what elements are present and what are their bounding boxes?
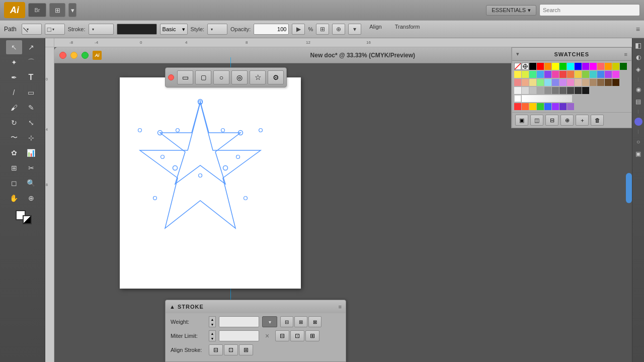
- align-button[interactable]: Align: [364, 24, 386, 35]
- weight-input[interactable]: [219, 316, 259, 327]
- swatch-purple[interactable]: [544, 71, 551, 78]
- swatch-green[interactable]: [559, 63, 567, 70]
- type-tool-button[interactable]: T: [23, 70, 39, 84]
- magic-wand-tool-button[interactable]: ✦: [6, 55, 22, 69]
- swatch-salmon[interactable]: [514, 79, 521, 86]
- swatch-lime[interactable]: [582, 71, 589, 78]
- swatch-yellow[interactable]: [552, 63, 559, 70]
- swatch-gray-60[interactable]: [552, 87, 559, 94]
- window-minimize-button[interactable]: [70, 52, 77, 59]
- swatch-khaki[interactable]: [582, 79, 589, 86]
- swatch-dark-red[interactable]: [559, 71, 567, 78]
- swatch-delete-icon-button[interactable]: 🗑: [591, 115, 604, 126]
- swatch-black[interactable]: [529, 63, 536, 70]
- swatch-pink[interactable]: [597, 63, 604, 70]
- align-stroke-outside-btn[interactable]: ⊞: [239, 344, 253, 355]
- rotate-tool-button[interactable]: ↻: [6, 116, 22, 130]
- swatches-menu-icon[interactable]: ≡: [624, 51, 627, 57]
- target-icon[interactable]: ⊕: [332, 24, 345, 35]
- fill-stroke-colors[interactable]: [14, 208, 32, 224]
- workspace-dropdown-icon[interactable]: ▾: [68, 3, 76, 17]
- swatch-magenta[interactable]: [590, 63, 597, 70]
- swatch-white[interactable]: [514, 95, 521, 102]
- swatch-dark-green[interactable]: [620, 63, 627, 70]
- swatch-light-yellow[interactable]: [514, 71, 521, 78]
- swatch-periwinkle[interactable]: [552, 79, 559, 86]
- stroke-style-dropdown-2[interactable]: □ ▾: [45, 24, 65, 35]
- weight-up-down-arrows[interactable]: ▲ ▼: [209, 316, 216, 327]
- swatch-indigo[interactable]: [559, 103, 567, 110]
- swatch-mint[interactable]: [529, 71, 536, 78]
- stroke-color-indicator[interactable]: [23, 215, 32, 224]
- swatch-cyan[interactable]: [567, 63, 574, 70]
- panel-collapse-icon[interactable]: ▾: [516, 51, 519, 57]
- selection-tool-button[interactable]: ↖: [6, 40, 22, 54]
- circle-shape-button[interactable]: ○: [213, 70, 229, 84]
- direct-selection-tool-button[interactable]: ↗: [23, 40, 39, 54]
- bridge-logo-icon[interactable]: Br: [28, 3, 46, 17]
- swatch-new-icon-button[interactable]: ＋: [576, 115, 589, 126]
- paintbrush-tool-button[interactable]: 🖌: [6, 101, 22, 115]
- fill-none-icon[interactable]: ◧: [633, 40, 643, 50]
- swatch-pale-yellow[interactable]: [529, 79, 536, 86]
- panel-toggle-icon[interactable]: ≡: [636, 25, 640, 33]
- transform-button[interactable]: Transform: [390, 24, 425, 35]
- swatch-gray-50[interactable]: [544, 87, 551, 94]
- align-outside-button[interactable]: ⊠: [308, 316, 321, 327]
- swatch-yellow-green[interactable]: [522, 71, 529, 78]
- align-stroke-center-btn[interactable]: ⊡: [224, 344, 238, 355]
- swatch-hot-pink[interactable]: [552, 71, 559, 78]
- swatch-gradient-icon-button[interactable]: ◫: [530, 115, 543, 126]
- swatch-gray-10[interactable]: [514, 87, 521, 94]
- swatch-blue[interactable]: [575, 63, 582, 70]
- swatch-rose[interactable]: [567, 79, 574, 86]
- window-maximize-button[interactable]: [82, 52, 89, 59]
- lasso-tool-button[interactable]: ⌒: [23, 55, 39, 69]
- rect-shape-button[interactable]: ▭: [177, 70, 193, 84]
- swatch-gray-90[interactable]: [575, 87, 582, 94]
- swatch-gold[interactable]: [575, 71, 582, 78]
- swatch-bright-blue[interactable]: [544, 103, 551, 110]
- swatch-teal[interactable]: [590, 71, 597, 78]
- swatch-bright-green[interactable]: [537, 103, 544, 110]
- swatch-dark-brown[interactable]: [597, 79, 604, 86]
- blue-indicator[interactable]: [634, 118, 642, 126]
- stroke-style-dropdown-1[interactable]: | ▾: [22, 24, 42, 35]
- workspace-icon[interactable]: ⊞: [49, 3, 65, 17]
- color-wheel-icon[interactable]: ◉: [633, 84, 643, 95]
- star-shape-container[interactable]: [105, 72, 296, 263]
- swatch-coral[interactable]: [567, 71, 574, 78]
- pen-tool-button[interactable]: ✒: [6, 70, 22, 84]
- swatch-pale-cyan[interactable]: [544, 79, 551, 86]
- swatch-tan[interactable]: [575, 79, 582, 86]
- square-icon-right[interactable]: ▣: [633, 149, 643, 159]
- swatch-pattern-icon-button[interactable]: ⊟: [545, 115, 558, 126]
- weight-down-icon[interactable]: ▼: [211, 323, 214, 326]
- swatch-violet[interactable]: [582, 63, 589, 70]
- star-shape-button[interactable]: ☆: [250, 70, 266, 84]
- rounded-rect-shape-button[interactable]: ▢: [195, 70, 211, 84]
- stroke-panel-menu-icon[interactable]: ≡: [339, 304, 342, 310]
- isolate-icon[interactable]: ⊞: [316, 24, 329, 35]
- swatch-olive[interactable]: [612, 63, 619, 70]
- hand-tool-button[interactable]: ✋: [6, 191, 22, 205]
- layers-icon[interactable]: ▤: [633, 97, 643, 107]
- line-tool-button[interactable]: /: [6, 85, 22, 100]
- zoom2-tool-button[interactable]: ⊕: [23, 191, 39, 205]
- swatch-gray-30[interactable]: [529, 87, 536, 94]
- swatch-dodger-blue[interactable]: [597, 71, 604, 78]
- miter-up-icon[interactable]: ▲: [211, 332, 214, 335]
- swatch-bright-orange[interactable]: [522, 103, 529, 110]
- swatch-white-bar[interactable]: [522, 95, 572, 102]
- slice-tool-button[interactable]: ✂: [23, 161, 39, 175]
- stroke-panel-header[interactable]: ▲ STROKE ≡: [166, 300, 346, 313]
- gradient-tool-right[interactable]: ◐: [633, 52, 643, 62]
- swatch-lavender[interactable]: [559, 79, 567, 86]
- cap-round-button[interactable]: ⊡: [290, 330, 304, 341]
- window-close-button[interactable]: [59, 52, 66, 59]
- warp-tool-button[interactable]: 〜: [6, 131, 22, 145]
- swatch-bright-purple[interactable]: [552, 103, 559, 110]
- swatch-pale-green[interactable]: [537, 79, 544, 86]
- miter-arrows[interactable]: ▲ ▼: [209, 330, 216, 341]
- stroke-preset-dropdown[interactable]: Basic ▾: [160, 24, 188, 35]
